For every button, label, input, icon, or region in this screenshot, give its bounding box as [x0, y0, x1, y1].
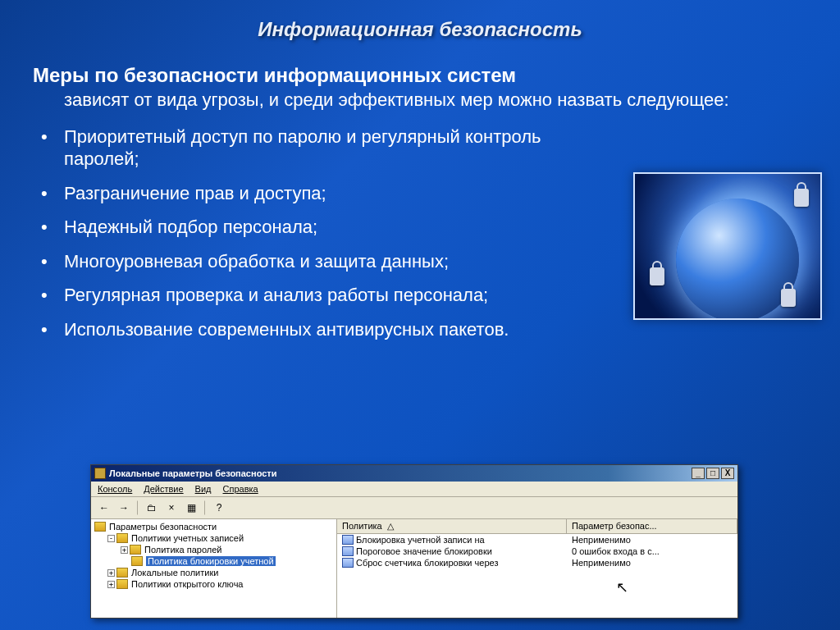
tree-label: Локальные политики — [131, 568, 218, 578]
menu-help[interactable]: Справка — [223, 484, 258, 494]
folder-icon — [116, 579, 128, 589]
policy-value: Неприменимо — [567, 535, 737, 545]
tree-label: Параметры безопасности — [109, 522, 217, 532]
tree-item[interactable]: + Локальные политики — [93, 567, 335, 578]
policy-row[interactable]: Сброс счетчика блокировки через Непримен… — [337, 557, 737, 568]
tree-item[interactable]: + Политики открытого ключа — [93, 578, 335, 590]
forward-button[interactable]: → — [116, 500, 132, 516]
policy-value: Неприменимо — [567, 558, 737, 568]
list-pane: Политика △ Параметр безопас... Блокировк… — [337, 519, 737, 618]
list-button[interactable]: ▦ — [183, 500, 199, 516]
tree-label: Политики учетных записей — [131, 533, 244, 543]
export-button[interactable]: × — [163, 500, 180, 516]
tree-pane: Параметры безопасности - Политики учетны… — [91, 519, 337, 618]
policy-name: Блокировка учетной записи на — [356, 535, 485, 545]
up-button[interactable]: 🗀 — [144, 500, 160, 516]
intro-text: зависят от вида угрозы, и среди эффектив… — [64, 89, 807, 112]
window-icon — [94, 468, 106, 479]
tree-root[interactable]: Параметры безопасности — [93, 521, 335, 532]
tree-label: Политика блокировки учетной — [146, 556, 276, 566]
expand-icon[interactable]: + — [107, 581, 115, 588]
folder-icon — [94, 522, 106, 532]
collapse-icon[interactable]: - — [107, 535, 115, 542]
menubar: Консоль Действие Вид Справка — [91, 482, 737, 497]
tree-item-selected[interactable]: Политика блокировки учетной — [93, 555, 335, 567]
tree-label: Политика паролей — [144, 545, 222, 555]
tree-item[interactable]: - Политики учетных записей — [93, 532, 335, 544]
menu-view[interactable]: Вид — [195, 484, 212, 494]
minimize-button[interactable]: _ — [692, 468, 705, 479]
separator — [204, 500, 206, 515]
window-titlebar[interactable]: Локальные параметры безопасности _ □ X — [91, 465, 737, 482]
folder-icon — [116, 568, 128, 578]
toolbar: ← → 🗀 × ▦ ? — [91, 497, 737, 519]
column-headers: Политика △ Параметр безопас... — [337, 519, 737, 534]
policy-row[interactable]: Блокировка учетной записи на Неприменимо — [337, 534, 737, 546]
policy-icon — [342, 558, 354, 568]
help-button[interactable]: ? — [211, 500, 227, 516]
bullet-item: Приоритетный доступ по паролю и регулярн… — [41, 126, 615, 171]
section-heading: Меры по безопасности информационных сист… — [33, 64, 807, 87]
tree-item[interactable]: + Политика паролей — [93, 544, 335, 555]
page-title: Информационная безопасность — [0, 0, 840, 49]
policy-row[interactable]: Пороговое значение блокировки 0 ошибок в… — [337, 546, 737, 557]
security-settings-window: Локальные параметры безопасности _ □ X К… — [90, 464, 738, 619]
bullet-item: Разграничение прав и доступа; — [41, 182, 615, 205]
decorative-security-image — [633, 172, 822, 320]
separator — [137, 500, 139, 515]
folder-icon — [131, 556, 143, 566]
expand-icon[interactable]: + — [107, 569, 115, 577]
menu-action[interactable]: Действие — [144, 484, 183, 494]
policy-name: Сброс счетчика блокировки через — [356, 558, 498, 568]
policy-icon — [342, 546, 354, 556]
expand-icon[interactable]: + — [121, 546, 128, 554]
column-param[interactable]: Параметр безопас... — [567, 519, 737, 533]
bullet-item: Использование современных антивирусных п… — [41, 318, 807, 341]
back-button[interactable]: ← — [96, 500, 112, 516]
policy-name: Пороговое значение блокировки — [356, 546, 492, 556]
policy-icon — [342, 535, 354, 545]
policy-value: 0 ошибок входа в с... — [567, 546, 737, 556]
folder-icon — [130, 545, 141, 555]
column-policy[interactable]: Политика △ — [337, 519, 567, 533]
folder-icon — [116, 533, 128, 543]
menu-console[interactable]: Консоль — [98, 484, 132, 494]
bullet-item: Надежный подбор персонала; — [41, 216, 615, 239]
maximize-button[interactable]: □ — [706, 468, 719, 479]
mouse-cursor: ↖ — [616, 578, 628, 596]
close-button[interactable]: X — [721, 468, 734, 479]
tree-label: Политики открытого ключа — [131, 579, 243, 589]
window-title: Локальные параметры безопасности — [109, 468, 276, 478]
